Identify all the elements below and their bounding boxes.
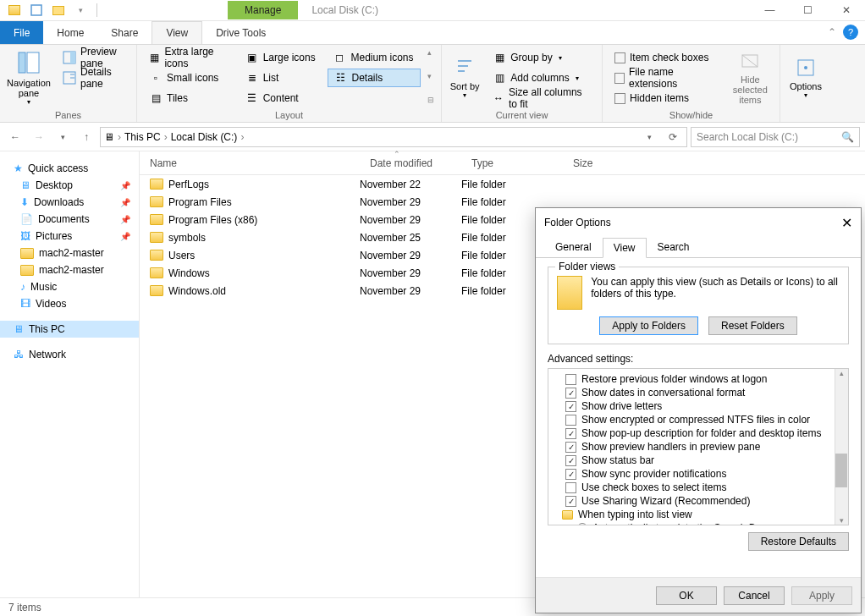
- search-input[interactable]: Search Local Disk (C:) 🔍: [691, 127, 860, 147]
- layout-scroll-down[interactable]: ▾: [427, 72, 434, 80]
- crumb-local-disk[interactable]: Local Disk (C:): [171, 131, 238, 143]
- tab-file[interactable]: File: [0, 21, 43, 44]
- maximize-button[interactable]: ☐: [789, 0, 827, 21]
- ok-button[interactable]: OK: [656, 586, 717, 605]
- back-button[interactable]: ←: [5, 127, 25, 147]
- sort-by-button[interactable]: Sort by▾: [449, 48, 481, 107]
- checkbox-icon[interactable]: [565, 496, 576, 507]
- adv-setting-item[interactable]: Show preview handlers in preview pane: [562, 440, 846, 454]
- layout-small[interactable]: ▫Small icons: [144, 69, 234, 87]
- large-icons-icon: ▣: [245, 51, 259, 64]
- qat-dropdown-icon[interactable]: ▾: [71, 1, 90, 19]
- help-icon[interactable]: ?: [843, 25, 858, 40]
- apply-to-folders-button[interactable]: Apply to Folders: [599, 316, 698, 335]
- layout-large[interactable]: ▣Large icons: [240, 48, 322, 67]
- checkbox-icon[interactable]: [565, 455, 576, 466]
- adv-setting-item[interactable]: Show encrypted or compressed NTFS files …: [562, 413, 846, 426]
- sidebar-item-folder[interactable]: mach2-master: [0, 261, 139, 278]
- navigation-pane-button[interactable]: Navigation pane▾: [7, 48, 51, 107]
- dialog-tab-general[interactable]: General: [544, 237, 603, 257]
- hide-selected-button[interactable]: Hide selected items: [728, 48, 773, 107]
- file-extensions-toggle[interactable]: File name extensions: [609, 69, 721, 87]
- tab-home[interactable]: Home: [43, 21, 97, 44]
- adv-setting-item[interactable]: Show pop-up description for folder and d…: [562, 426, 846, 440]
- scrollbar-thumb[interactable]: [835, 454, 847, 487]
- sidebar-quick-access[interactable]: ★Quick access: [0, 160, 139, 177]
- adv-setting-item[interactable]: Use check boxes to select items: [562, 481, 846, 494]
- col-name[interactable]: Name: [140, 157, 360, 169]
- sidebar-item-music[interactable]: ♪Music: [0, 278, 139, 295]
- file-date: November 22: [360, 179, 461, 190]
- sidebar-this-pc[interactable]: 🖥This PC: [0, 321, 139, 338]
- minimize-button[interactable]: —: [751, 0, 789, 21]
- options-button[interactable]: Options▾: [787, 48, 824, 107]
- hidden-items-toggle[interactable]: Hidden items: [609, 89, 721, 107]
- checkbox-icon[interactable]: [565, 442, 576, 453]
- tab-drive-tools[interactable]: Drive Tools: [202, 21, 279, 44]
- group-by-button[interactable]: ▦Group by▾: [488, 48, 595, 67]
- item-checkboxes-toggle[interactable]: Item check boxes: [609, 48, 721, 67]
- checkbox-icon[interactable]: [565, 469, 576, 480]
- sidebar-network[interactable]: 🖧Network: [0, 346, 139, 363]
- adv-setting-item[interactable]: Show status bar: [562, 454, 846, 467]
- layout-details[interactable]: ☷Details: [328, 69, 421, 87]
- recent-dropdown[interactable]: ▾: [52, 127, 73, 147]
- add-columns-button[interactable]: ▥Add columns▾: [488, 69, 595, 87]
- addr-dropdown-icon[interactable]: ▾: [639, 127, 659, 147]
- tab-share[interactable]: Share: [97, 21, 152, 44]
- tab-view[interactable]: View: [152, 21, 202, 44]
- svg-point-14: [804, 66, 807, 69]
- sidebar-item-documents[interactable]: 📄Documents📌: [0, 211, 139, 228]
- dialog-tab-view[interactable]: View: [603, 238, 647, 258]
- layout-tiles[interactable]: ▤Tiles: [144, 89, 234, 107]
- restore-defaults-button[interactable]: Restore Defaults: [748, 532, 849, 551]
- layout-expand[interactable]: ⊟: [427, 96, 434, 104]
- col-date[interactable]: Date modified: [360, 157, 461, 169]
- preview-pane-button[interactable]: Preview pane: [58, 48, 129, 67]
- qat-properties-icon[interactable]: [27, 1, 46, 19]
- close-button[interactable]: ✕: [827, 0, 865, 21]
- breadcrumb[interactable]: 🖥 › This PC › Local Disk (C:) › ▾ ⟳: [100, 127, 687, 147]
- size-columns-button[interactable]: ↔Size all columns to fit: [488, 89, 595, 107]
- layout-content[interactable]: ☰Content: [240, 89, 322, 107]
- adv-setting-item[interactable]: Show sync provider notifications: [562, 467, 846, 481]
- cancel-button[interactable]: Cancel: [724, 586, 785, 605]
- layout-list[interactable]: ≣List: [240, 69, 322, 87]
- layout-medium[interactable]: ◻Medium icons: [328, 48, 421, 67]
- radio-icon[interactable]: [577, 523, 587, 525]
- advanced-settings-list[interactable]: Restore previous folder windows at logon…: [548, 368, 849, 525]
- adv-setting-item[interactable]: Show dates in conversational format: [562, 386, 846, 399]
- file-row[interactable]: PerfLogsNovember 22File folder: [140, 175, 865, 193]
- refresh-button[interactable]: ⟳: [663, 127, 683, 147]
- details-pane-button[interactable]: Details pane: [58, 69, 129, 87]
- up-button[interactable]: ↑: [76, 127, 96, 147]
- checkbox-icon[interactable]: [565, 428, 576, 439]
- sidebar-item-folder[interactable]: mach2-master: [0, 245, 139, 261]
- col-type[interactable]: Type: [461, 157, 563, 169]
- scrollbar[interactable]: ▴ ▾: [835, 369, 848, 525]
- sidebar-item-pictures[interactable]: 🖼Pictures📌: [0, 228, 139, 245]
- adv-setting-item[interactable]: Use Sharing Wizard (Recommended): [562, 494, 846, 508]
- apply-button[interactable]: Apply: [791, 586, 852, 605]
- checkbox-icon[interactable]: [565, 415, 576, 426]
- sidebar-item-videos[interactable]: 🎞Videos: [0, 295, 139, 312]
- adv-setting-item[interactable]: Show drive letters: [562, 399, 846, 413]
- checkbox-icon[interactable]: [565, 482, 576, 493]
- qat-new-folder-icon[interactable]: [49, 1, 68, 19]
- forward-button[interactable]: →: [29, 127, 49, 147]
- ribbon-collapse-icon[interactable]: ⌃: [821, 21, 843, 44]
- checkbox-icon[interactable]: [565, 388, 576, 399]
- layout-extra-large[interactable]: ▦Extra large icons: [144, 48, 234, 67]
- checkbox-icon[interactable]: [565, 374, 576, 385]
- dialog-tab-search[interactable]: Search: [647, 237, 701, 257]
- contextual-tab-manage[interactable]: Manage: [228, 1, 298, 19]
- sidebar-item-downloads[interactable]: ⬇Downloads📌: [0, 194, 139, 211]
- reset-folders-button[interactable]: Reset Folders: [708, 316, 797, 335]
- sidebar-item-desktop[interactable]: 🖥Desktop📌: [0, 177, 139, 194]
- crumb-this-pc[interactable]: This PC: [124, 131, 161, 143]
- checkbox-icon[interactable]: [565, 401, 576, 412]
- layout-scroll-up[interactable]: ▴: [427, 48, 434, 57]
- adv-setting-item[interactable]: Restore previous folder windows at logon: [562, 372, 846, 386]
- dialog-close-button[interactable]: ✕: [841, 215, 852, 231]
- col-size[interactable]: Size: [563, 157, 603, 169]
